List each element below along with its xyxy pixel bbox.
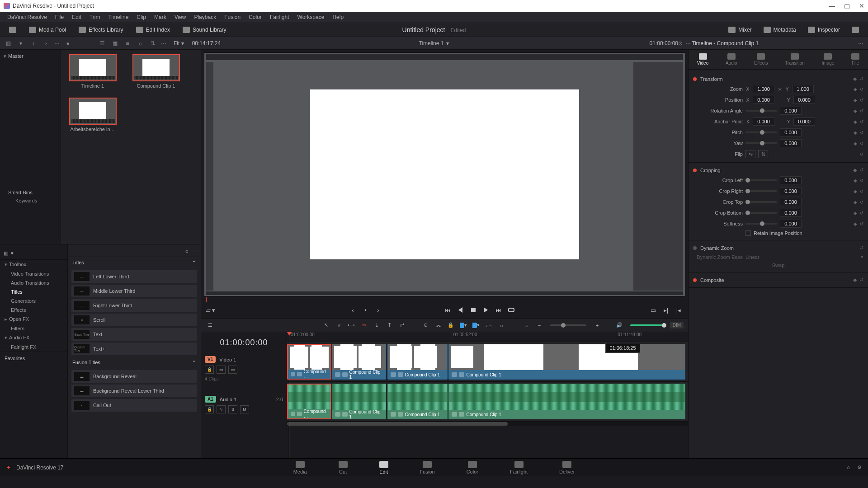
dim-button[interactable]: DIM xyxy=(670,322,684,328)
playhead-line[interactable] xyxy=(289,342,289,458)
video-clip-1[interactable]: Compound … xyxy=(287,344,331,380)
title-text[interactable]: Basic TitleText xyxy=(71,328,197,341)
zoom-detail-button[interactable]: ⌕ xyxy=(497,321,506,329)
composite-header[interactable]: Composite◆↺ xyxy=(693,275,863,285)
pitch-slider[interactable] xyxy=(745,131,777,133)
go-prev-button[interactable]: |◂ xyxy=(674,305,684,314)
reset-icon[interactable]: ↺ xyxy=(860,211,863,216)
fusion-titles-header[interactable]: Fusion Titles⌃ xyxy=(68,357,201,368)
kf-icon[interactable]: ◆ xyxy=(854,141,857,146)
marker-button[interactable]: ▾ xyxy=(472,321,481,329)
crop-left-input[interactable]: 0.000 xyxy=(780,176,802,184)
openfx-group[interactable]: ▸Open FX xyxy=(0,314,67,324)
menu-timeline[interactable]: Timeline xyxy=(104,13,132,21)
page-color[interactable]: Color xyxy=(467,461,478,474)
ease-value[interactable]: Linear xyxy=(745,254,760,260)
expand-inspector-button[interactable] xyxy=(847,25,863,35)
zoom-in-button[interactable]: + xyxy=(593,321,602,329)
menu-clip[interactable]: Clip xyxy=(133,13,150,21)
menu-trim[interactable]: Trim xyxy=(86,13,104,21)
title-scroll[interactable]: ≡Scroll xyxy=(71,314,197,326)
video-track-1[interactable]: Compound … Compound Clip 1 Compound Clip… xyxy=(287,342,688,382)
menu-edit[interactable]: Edit xyxy=(68,13,85,21)
v1-badge[interactable]: V1 xyxy=(205,356,216,363)
cropping-header[interactable]: Cropping◆↺ xyxy=(693,165,863,175)
a1-mute[interactable]: M xyxy=(240,405,249,413)
snapping-button[interactable]: ⊙ xyxy=(421,321,430,329)
dynamic-zoom-header[interactable]: Dynamic Zoom↺ xyxy=(693,243,863,253)
last-frame-button[interactable]: ⏭ xyxy=(494,305,504,314)
kf-diamond-icon[interactable]: ◆ xyxy=(853,76,857,82)
timeline-selector[interactable]: Timeline 1▾ xyxy=(419,40,449,47)
kf-icon[interactable]: ◆ xyxy=(854,108,857,113)
a1-badge[interactable]: A1 xyxy=(205,396,216,403)
project-settings-button[interactable]: ⚙ xyxy=(857,465,862,470)
swap-button[interactable]: Swap xyxy=(772,263,785,268)
fusion-background-reveal[interactable]: ▬Background Reveal xyxy=(71,370,197,383)
audio-clip-1[interactable]: Compound … xyxy=(287,384,331,419)
replace-button[interactable]: ⇄ xyxy=(397,321,406,329)
softness-input[interactable]: 0.000 xyxy=(780,220,802,228)
fusion-call-out[interactable]: •Call Out xyxy=(71,399,197,412)
audio-transitions[interactable]: Audio Transitions xyxy=(0,278,67,287)
viewer-scrubber[interactable] xyxy=(205,297,684,302)
timeline-zoom-slider[interactable] xyxy=(550,324,586,326)
keywords-bin[interactable]: Keywords xyxy=(8,198,52,203)
home-button[interactable]: ⌂ xyxy=(847,465,850,470)
title-right-lower-third[interactable]: —Right Lower Third xyxy=(71,299,197,312)
reset-icon[interactable]: ↺ xyxy=(860,119,863,124)
first-frame-button[interactable]: ⏮ xyxy=(443,305,453,314)
v1-lock[interactable]: 🔓 xyxy=(205,366,214,374)
zoom-out-button[interactable]: − xyxy=(535,321,544,329)
crop-left-slider[interactable] xyxy=(745,179,777,181)
sort-button[interactable]: ⇅ xyxy=(148,40,157,47)
page-media[interactable]: Media xyxy=(293,461,307,474)
mute-button[interactable]: 🔊 xyxy=(615,321,624,329)
trim-tool[interactable]: ⫽ xyxy=(334,321,343,329)
nav-back[interactable]: ‹ xyxy=(29,40,38,47)
reset-icon[interactable]: ↺ xyxy=(859,277,863,283)
pool-clip-arbeitsbereiche[interactable]: Arbeitsbereiche in… xyxy=(66,98,120,132)
a1-wave[interactable]: ∿ xyxy=(217,405,226,413)
transform-header[interactable]: Transform◆↺ xyxy=(693,74,863,84)
pool-more[interactable]: ⋯ xyxy=(161,40,166,47)
menu-help[interactable]: Help xyxy=(329,13,347,21)
menu-file[interactable]: File xyxy=(52,13,67,21)
reset-icon[interactable]: ↺ xyxy=(859,245,863,251)
prev-mark-button[interactable]: ‹ xyxy=(348,305,358,314)
audio-clip-4[interactable]: Compound Clip 1 xyxy=(448,384,685,419)
stop-button[interactable] xyxy=(468,305,478,314)
media-pool-button[interactable]: Media Pool xyxy=(24,25,71,35)
a1-solo[interactable]: S xyxy=(228,405,237,413)
thumb-view-button[interactable]: ▦ xyxy=(110,40,119,47)
reset-icon[interactable]: ↺ xyxy=(860,152,863,157)
menu-color[interactable]: Color xyxy=(245,13,265,21)
retain-checkbox[interactable] xyxy=(745,230,751,236)
filters[interactable]: Filters xyxy=(0,324,67,333)
timeline-view-options[interactable]: ☰ xyxy=(206,321,215,329)
menu-fairlight[interactable]: Fairlight xyxy=(266,13,293,21)
pool-clip-timeline1[interactable]: Timeline 1 xyxy=(66,54,120,89)
pool-clip-compound1[interactable]: Compound Clip 1 xyxy=(129,54,183,89)
dynamic-trim-tool[interactable]: ⟷ xyxy=(347,321,356,329)
menu-workspace[interactable]: Workspace xyxy=(294,13,328,21)
page-fairlight[interactable]: Fairlight xyxy=(510,461,528,474)
index-search-button[interactable]: ⌕▭ xyxy=(484,321,493,329)
audio-clip-2[interactable]: Compound Clip 1 xyxy=(332,384,386,419)
rotation-slider[interactable] xyxy=(745,110,777,112)
title-middle-lower-third[interactable]: —Middle Lower Third xyxy=(71,285,197,297)
effects-library-button[interactable]: Effects Library xyxy=(74,25,127,35)
inspector-button[interactable]: Inspector xyxy=(803,25,844,35)
generators[interactable]: Generators xyxy=(0,296,67,305)
crop-bottom-slider[interactable] xyxy=(745,212,777,214)
titles-more[interactable]: ⋯ xyxy=(192,248,197,253)
more-menu[interactable]: ⋯ xyxy=(54,40,60,47)
kf-icon[interactable]: ◆ xyxy=(854,98,857,103)
bypass-button[interactable]: ⊘ xyxy=(678,40,683,47)
kf-icon[interactable]: ◆ xyxy=(854,200,857,205)
yaw-slider[interactable] xyxy=(745,142,777,144)
zoom-x-input[interactable]: 1.000 xyxy=(753,85,774,93)
fullscreen-button[interactable] xyxy=(5,25,21,35)
video-clip-2[interactable]: Compound Clip 1 xyxy=(332,344,386,380)
flip-v-button[interactable]: ⇅ xyxy=(758,150,768,158)
